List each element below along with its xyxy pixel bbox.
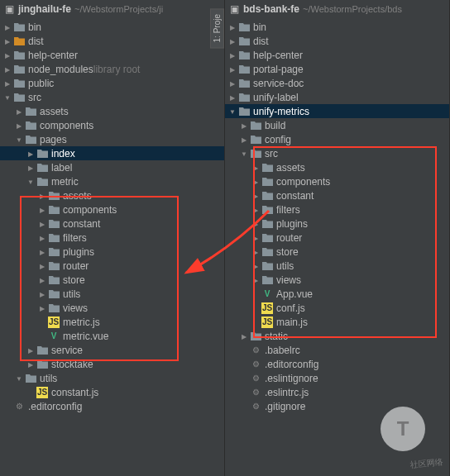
tree-node[interactable]: unify-label [225,90,449,104]
tree-node[interactable]: views [0,301,224,315]
tree-node[interactable]: utils [0,287,224,301]
expand-arrow-icon[interactable] [3,51,12,60]
expand-arrow-icon[interactable] [26,360,35,369]
expand-arrow-icon[interactable] [228,93,237,102]
tree-node[interactable]: utils [225,259,449,273]
tree-node[interactable]: public [0,76,224,90]
expand-arrow-icon[interactable] [240,136,248,144]
expand-arrow-icon[interactable] [38,290,46,298]
tree-node[interactable]: src [0,90,224,104]
expand-arrow-icon[interactable] [240,332,248,340]
expand-arrow-icon[interactable] [251,276,260,284]
tree-node[interactable]: plugins [0,245,224,259]
tree-node[interactable]: unify-metrics [225,104,449,118]
expand-arrow-icon[interactable] [38,276,46,284]
expand-arrow-icon[interactable] [38,248,46,256]
expand-arrow-icon[interactable] [38,262,46,270]
tree-node[interactable]: filters [0,231,224,245]
expand-arrow-icon[interactable] [228,51,237,60]
tree-node[interactable]: metric [0,174,224,188]
expand-arrow-icon[interactable] [251,178,260,186]
tree-node[interactable]: store [225,245,449,259]
tree-node[interactable]: constant [0,217,224,231]
expand-arrow-icon[interactable] [240,150,248,158]
expand-arrow-icon[interactable] [15,136,23,144]
expand-arrow-icon[interactable] [15,121,23,130]
expand-arrow-icon[interactable] [228,23,237,31]
tree-node[interactable]: JSconstant.js [0,385,224,399]
tree-node[interactable]: assets [0,104,224,118]
expand-arrow-icon[interactable] [26,164,35,172]
expand-arrow-icon[interactable] [251,262,260,270]
tree-node[interactable]: help-center [225,48,449,62]
tree-node[interactable]: ⚙.editorconfig [225,357,449,371]
expand-arrow-icon[interactable] [251,234,260,242]
tree-node[interactable]: JSmetric.js [0,315,224,329]
tree-node[interactable]: ⚙.eslintrc.js [225,385,449,399]
expand-arrow-icon[interactable] [38,220,46,228]
tree-node[interactable]: node_modules library root [0,62,224,76]
tree-node[interactable]: static [225,329,449,343]
expand-arrow-icon[interactable] [3,93,12,102]
tree-node[interactable]: dist [0,34,224,48]
tree-node[interactable]: ⚙.eslintignore [225,371,449,385]
tree-node[interactable]: components [0,118,224,132]
expand-arrow-icon[interactable] [228,107,237,116]
tree-node[interactable]: pages [0,132,224,146]
tree-node[interactable]: service-doc [225,76,449,90]
tree-node[interactable]: views [225,273,449,287]
tree-node[interactable]: bin [225,20,449,34]
tree-node[interactable]: VApp.vue [225,287,449,301]
tree-node[interactable]: label [0,160,224,174]
tree-node[interactable]: src [225,146,449,160]
tree-node[interactable]: JSmain.js [225,315,449,329]
expand-arrow-icon[interactable] [251,164,260,172]
expand-arrow-icon[interactable] [228,65,237,74]
expand-arrow-icon[interactable] [228,79,237,88]
expand-arrow-icon[interactable] [26,150,35,158]
expand-arrow-icon[interactable] [251,248,260,256]
tree-node[interactable]: assets [225,160,449,174]
tree-node[interactable]: components [225,174,449,188]
expand-arrow-icon[interactable] [38,234,46,242]
expand-arrow-icon[interactable] [251,206,260,214]
file-tree-left[interactable]: bindisthelp-centernode_modules library r… [0,18,224,415]
expand-arrow-icon[interactable] [15,374,23,383]
tree-node[interactable]: service [0,343,224,357]
tree-node[interactable]: components [0,202,224,217]
expand-arrow-icon[interactable] [3,65,12,74]
expand-arrow-icon[interactable] [3,37,12,45]
tree-node[interactable]: build [225,118,449,132]
tree-node[interactable]: constant [225,188,449,202]
tree-node[interactable]: plugins [225,217,449,231]
file-tree-right[interactable]: bindisthelp-centerportal-pageservice-doc… [225,18,449,415]
tree-node[interactable]: ⚙.babelrc [225,343,449,357]
expand-arrow-icon[interactable] [3,79,12,88]
tree-node[interactable]: store [0,273,224,287]
expand-arrow-icon[interactable] [38,206,46,214]
expand-arrow-icon[interactable] [251,220,260,228]
expand-arrow-icon[interactable] [26,346,35,355]
tree-node[interactable]: portal-page [225,62,449,76]
tree-node[interactable]: router [225,231,449,245]
tree-node[interactable]: ⚙.editorconfig [0,399,224,413]
tree-node[interactable]: config [225,132,449,146]
expand-arrow-icon[interactable] [3,23,12,31]
tree-node[interactable]: router [0,259,224,273]
project-header-right[interactable]: ▣ bds-bank-fe ~/WebstormProjects/bds [225,0,449,18]
expand-arrow-icon[interactable] [15,107,23,116]
tree-node[interactable]: index [0,146,224,160]
tree-node[interactable]: bin [0,20,224,34]
tree-node[interactable]: utils [0,371,224,385]
expand-arrow-icon[interactable] [228,37,237,45]
tree-node[interactable]: stocktake [0,357,224,371]
tree-node[interactable]: filters [225,202,449,217]
tree-node[interactable]: dist [225,34,449,48]
tree-node[interactable]: ⚙.gitignore [225,399,449,413]
tree-node[interactable]: assets [0,188,224,202]
project-header-left[interactable]: ▣ jinghailu-fe ~/WebstormProjects/ji [0,0,224,18]
expand-arrow-icon[interactable] [26,178,35,186]
tree-node[interactable]: Vmetric.vue [0,329,224,343]
tree-node[interactable]: JSconf.js [225,301,449,315]
expand-arrow-icon[interactable] [240,121,248,130]
